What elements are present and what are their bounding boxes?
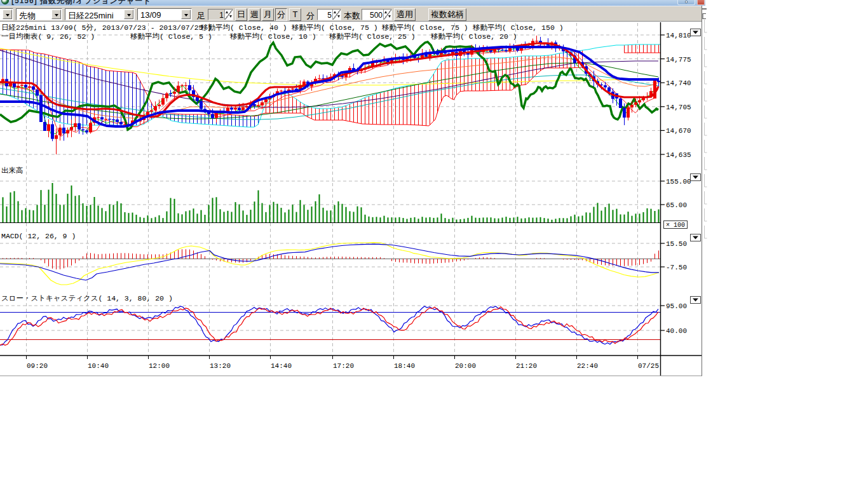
svg-text:移動平均( Close, 25 ): 移動平均( Close, 25 ) — [329, 32, 416, 41]
svg-text:07/25: 07/25 — [638, 362, 659, 370]
svg-text:移動平均( Close, 20 ): 移動平均( Close, 20 ) — [431, 32, 517, 41]
svg-text:移動平均( Close, 75 ): 移動平均( Close, 75 ) — [292, 24, 378, 32]
svg-text:MACD( 12, 26, 9 ): MACD( 12, 26, 9 ) — [1, 232, 76, 240]
svg-text:14,635: 14,635 — [666, 151, 691, 159]
svg-text:移動平均( Close, 150 ): 移動平均( Close, 150 ) — [473, 24, 564, 32]
svg-text:一目均衡表( 9, 26, 52 ): 一目均衡表( 9, 26, 52 ) — [1, 32, 95, 41]
svg-text:移動平均( Close, 40 ): 移動平均( Close, 40 ) — [201, 24, 287, 32]
svg-text:18:40: 18:40 — [394, 362, 415, 370]
svg-text:65.00: 65.00 — [666, 201, 687, 209]
svg-text:17:20: 17:20 — [333, 362, 354, 370]
svg-text:12:00: 12:00 — [149, 362, 170, 370]
svg-text:14,740: 14,740 — [666, 79, 691, 87]
svg-text:× 100: × 100 — [666, 222, 685, 229]
svg-text:155.00: 155.00 — [666, 178, 691, 186]
svg-text:10:40: 10:40 — [88, 362, 109, 370]
svg-text:移動平均( Close, 5 ): 移動平均( Close, 5 ) — [130, 32, 212, 41]
svg-text:移動平均( Close, 10 ): 移動平均( Close, 10 ) — [230, 32, 316, 41]
svg-text:14,705: 14,705 — [666, 104, 691, 111]
svg-text:日経225mini 13/09( 5分, 2013/07/2: 日経225mini 13/09( 5分, 2013/07/23 - 2013/0… — [1, 24, 212, 32]
svg-text:09:20: 09:20 — [27, 362, 48, 370]
svg-text:14,775: 14,775 — [666, 56, 691, 64]
svg-text:22:40: 22:40 — [577, 362, 598, 370]
svg-text:13:20: 13:20 — [210, 362, 231, 370]
svg-text:20:00: 20:00 — [455, 362, 476, 370]
svg-text:14:40: 14:40 — [271, 362, 292, 370]
svg-text:95.00: 95.00 — [666, 302, 687, 310]
svg-text:14,670: 14,670 — [666, 127, 691, 135]
svg-text:出来高: 出来高 — [1, 166, 24, 175]
svg-text:15.50: 15.50 — [666, 240, 687, 248]
svg-text:21:20: 21:20 — [516, 362, 537, 370]
svg-text:40.00: 40.00 — [666, 327, 687, 335]
svg-text:-7.50: -7.50 — [666, 264, 687, 271]
svg-text:移動平均( Close, 75 ): 移動平均( Close, 75 ) — [382, 24, 468, 32]
svg-text:14,810: 14,810 — [666, 32, 691, 39]
svg-text:スロー・ストキャスティクス( 14, 3, 80, 20 ): スロー・ストキャスティクス( 14, 3, 80, 20 ) — [1, 294, 173, 302]
